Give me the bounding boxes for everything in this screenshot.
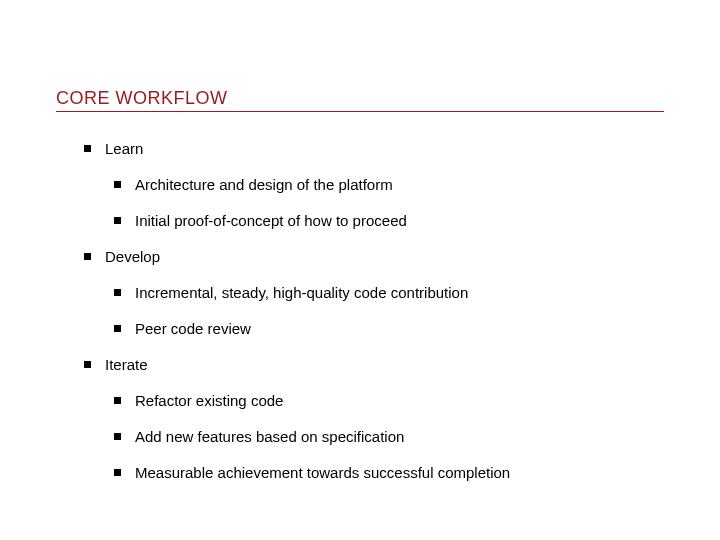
item-text: Architecture and design of the platform	[135, 176, 393, 194]
list-item: Incremental, steady, high-quality code c…	[114, 284, 664, 302]
square-bullet-icon	[114, 217, 121, 224]
item-text: Peer code review	[135, 320, 251, 338]
list-item: Learn Architecture and design of the pla…	[84, 140, 664, 230]
sublist: Incremental, steady, high-quality code c…	[84, 284, 664, 338]
square-bullet-icon	[84, 253, 91, 260]
square-bullet-icon	[84, 145, 91, 152]
list-item: Peer code review	[114, 320, 664, 338]
square-bullet-icon	[84, 361, 91, 368]
square-bullet-icon	[114, 397, 121, 404]
list-item: Iterate Refactor existing code Add new f…	[84, 356, 664, 482]
sublist: Architecture and design of the platform …	[84, 176, 664, 230]
square-bullet-icon	[114, 433, 121, 440]
section-label: Develop	[105, 248, 160, 266]
item-text: Initial proof-of-concept of how to proce…	[135, 212, 407, 230]
square-bullet-icon	[114, 469, 121, 476]
item-text: Add new features based on specification	[135, 428, 404, 446]
item-text: Refactor existing code	[135, 392, 283, 410]
list-item: Add new features based on specification	[114, 428, 664, 446]
section-label: Learn	[105, 140, 143, 158]
section-heading: Learn	[84, 140, 664, 158]
list-item: Initial proof-of-concept of how to proce…	[114, 212, 664, 230]
item-text: Incremental, steady, high-quality code c…	[135, 284, 468, 302]
item-text: Measurable achievement towards successfu…	[135, 464, 510, 482]
list-item: Measurable achievement towards successfu…	[114, 464, 664, 482]
sublist: Refactor existing code Add new features …	[84, 392, 664, 482]
square-bullet-icon	[114, 289, 121, 296]
section-heading: Iterate	[84, 356, 664, 374]
square-bullet-icon	[114, 325, 121, 332]
section-heading: Develop	[84, 248, 664, 266]
page-title: CORE WORKFLOW	[56, 88, 664, 112]
section-label: Iterate	[105, 356, 148, 374]
list-item: Develop Incremental, steady, high-qualit…	[84, 248, 664, 338]
list-item: Refactor existing code	[114, 392, 664, 410]
list-item: Architecture and design of the platform	[114, 176, 664, 194]
square-bullet-icon	[114, 181, 121, 188]
outline-list: Learn Architecture and design of the pla…	[56, 140, 664, 482]
